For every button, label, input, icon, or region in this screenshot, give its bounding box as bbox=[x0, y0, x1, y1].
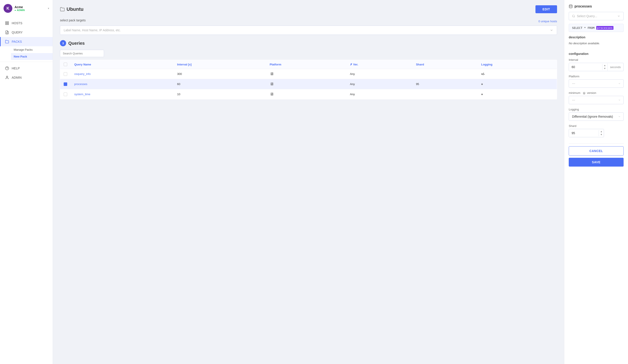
svg-rect-1 bbox=[7, 22, 8, 23]
interval-cell: 300 bbox=[174, 69, 266, 79]
file-icon bbox=[5, 30, 9, 34]
panel-title-text: processes bbox=[574, 4, 592, 8]
logging-button[interactable]: +/- bbox=[481, 72, 485, 76]
row-checkbox-cell bbox=[60, 79, 71, 89]
shard-field: Shard ▲ ▼ bbox=[569, 124, 624, 137]
select-all-header bbox=[60, 60, 71, 69]
panel-divider bbox=[569, 144, 624, 144]
platform-select[interactable]: --- Linux macOS Windows bbox=[569, 79, 624, 88]
svg-rect-2 bbox=[5, 24, 7, 25]
interval-input-group: ▲ ▼ seconds bbox=[569, 63, 624, 71]
targets-header: select pack targets 0 unique hosts bbox=[60, 18, 557, 24]
osquery-icon bbox=[583, 92, 585, 94]
query-name-link[interactable]: osquery_info bbox=[74, 72, 90, 75]
platform-icon: 🖥 bbox=[270, 82, 274, 86]
col-interval: Interval [s] bbox=[174, 60, 266, 69]
shard-input[interactable] bbox=[569, 129, 599, 137]
shard-up-button[interactable]: ▲ bbox=[599, 130, 604, 133]
row-checkbox[interactable] bbox=[64, 82, 67, 86]
sql-text: SELECT * FROM bbox=[572, 26, 596, 30]
logging-button[interactable]: + bbox=[481, 92, 483, 96]
queries-table: Query Name Interval [s] Platform ✗ Ver. … bbox=[60, 60, 557, 99]
interval-cell: 10 bbox=[174, 89, 266, 99]
min-version-field: minimum version --- 4.0 5.0 bbox=[569, 91, 624, 104]
sidebar-item-query[interactable]: QUERY bbox=[0, 28, 53, 37]
search-queries-input[interactable] bbox=[60, 50, 104, 57]
row-checkbox[interactable] bbox=[64, 72, 67, 76]
shard-cell: 95 bbox=[412, 79, 478, 89]
svg-point-10 bbox=[572, 15, 574, 17]
sidebar-item-label: PACKS bbox=[12, 40, 22, 43]
sidebar-item-manage-packs[interactable]: Manage Packs bbox=[11, 46, 53, 53]
shard-cell bbox=[412, 89, 478, 99]
query-select-placeholder: Select Query... bbox=[577, 14, 597, 18]
interval-input[interactable] bbox=[569, 63, 602, 71]
org-name: Acme bbox=[14, 5, 46, 9]
sidebar-item-packs[interactable]: PACKS bbox=[0, 37, 53, 46]
configuration-label: configuration bbox=[569, 52, 624, 56]
interval-up-button[interactable]: ▲ bbox=[602, 64, 607, 67]
table-row: osquery_info 300 🖥 Any +/- bbox=[60, 69, 557, 79]
user-icon bbox=[5, 75, 9, 79]
sql-display: SELECT * FROM processes bbox=[569, 24, 624, 32]
row-checkbox-cell bbox=[60, 69, 71, 79]
platform-cell: 🖥 bbox=[266, 79, 346, 89]
table-row: system_time 10 🖥 Any + bbox=[60, 89, 557, 99]
svg-line-11 bbox=[574, 17, 575, 17]
min-version-label: minimum version bbox=[569, 91, 624, 94]
unique-hosts-count: 0 unique hosts bbox=[538, 20, 557, 23]
sidebar-item-label: QUERY bbox=[12, 31, 23, 34]
sidebar-item-label: ADMIN bbox=[12, 76, 22, 79]
query-name-link[interactable]: system_time bbox=[74, 92, 90, 96]
row-checkbox[interactable] bbox=[64, 92, 67, 96]
svg-rect-0 bbox=[5, 22, 7, 23]
panel-title: processes bbox=[569, 4, 624, 8]
folder-icon bbox=[60, 7, 65, 12]
queries-header: 3 Queries bbox=[60, 40, 557, 46]
queries-count-badge: 3 bbox=[60, 40, 66, 46]
page-header: Ubuntu EDIT bbox=[60, 5, 557, 13]
save-button[interactable]: SAVE bbox=[569, 158, 624, 167]
interval-cell: 60 bbox=[174, 79, 266, 89]
nav: HOSTS QUERY PACKS Manage Packs New Pack bbox=[0, 17, 53, 84]
sidebar-item-label: HOSTS bbox=[12, 21, 22, 25]
cancel-button[interactable]: CANCEL bbox=[569, 146, 624, 155]
sql-highlight: processes bbox=[596, 26, 614, 30]
col-query-name: Query Name bbox=[71, 60, 174, 69]
logging-cell: + bbox=[477, 79, 557, 89]
edit-button[interactable]: EDIT bbox=[536, 5, 557, 13]
logging-select[interactable]: Differential (Ignore Removals) Different… bbox=[569, 112, 624, 121]
sidebar-item-help[interactable]: HELP bbox=[0, 64, 53, 73]
logging-button[interactable]: + bbox=[481, 82, 483, 86]
sidebar-item-new-pack[interactable]: New Pack bbox=[11, 53, 53, 60]
logo: K bbox=[3, 4, 12, 13]
platform-cell: 🖥 bbox=[266, 89, 346, 99]
query-select-dropdown[interactable]: Select Query... bbox=[569, 12, 624, 20]
logging-label: Logging bbox=[569, 108, 624, 111]
shard-label: Shard bbox=[569, 124, 624, 128]
main-content: Ubuntu EDIT select pack targets 0 unique… bbox=[53, 0, 564, 364]
min-version-select[interactable]: --- 4.0 5.0 bbox=[569, 96, 624, 104]
chevron-down-icon[interactable]: ▾ bbox=[48, 7, 49, 10]
target-select[interactable]: Label Name, Host Name, IP Address, etc. bbox=[60, 26, 557, 35]
sidebar-item-admin[interactable]: ADMIN bbox=[0, 73, 53, 82]
col-platform: Platform bbox=[266, 60, 346, 69]
platform-label: Platform bbox=[569, 75, 624, 78]
col-version: ✗ Ver. bbox=[346, 60, 412, 69]
targets-label: select pack targets bbox=[60, 18, 86, 22]
folder-icon bbox=[5, 40, 9, 44]
query-name-cell: processes bbox=[71, 79, 174, 89]
packs-sub-nav: Manage Packs New Pack bbox=[0, 46, 53, 60]
query-name-cell: system_time bbox=[71, 89, 174, 99]
query-name-link[interactable]: processes bbox=[74, 82, 87, 86]
shard-down-button[interactable]: ▼ bbox=[599, 133, 604, 136]
interval-down-button[interactable]: ▼ bbox=[602, 67, 607, 70]
interval-spinners: ▲ ▼ bbox=[602, 64, 607, 70]
description-label: description bbox=[569, 35, 624, 39]
nav-divider bbox=[0, 62, 53, 62]
org-info: Acme ADMIN bbox=[14, 5, 46, 11]
col-shard: Shard bbox=[412, 60, 478, 69]
target-select-placeholder: Label Name, Host Name, IP Address, etc. bbox=[64, 28, 121, 32]
sidebar-item-hosts[interactable]: HOSTS bbox=[0, 18, 53, 28]
select-all-checkbox[interactable] bbox=[64, 63, 67, 66]
